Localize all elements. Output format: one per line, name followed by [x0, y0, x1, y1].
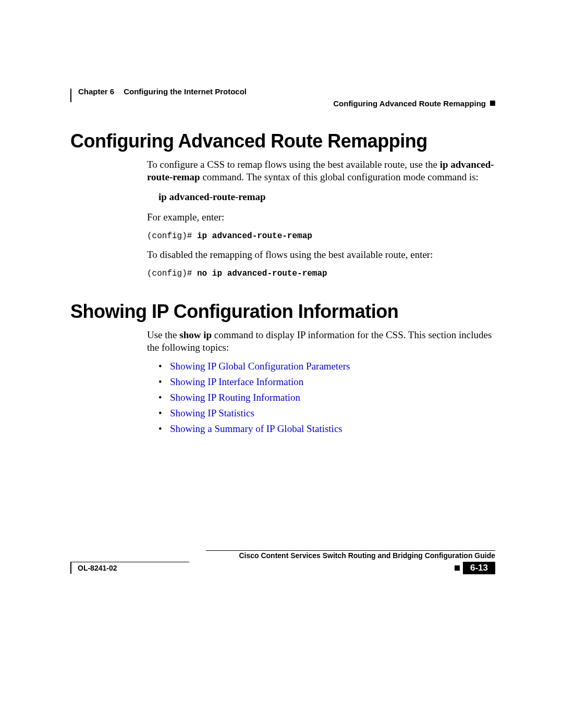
footer-guide-title: Cisco Content Services Switch Routing an…: [70, 551, 495, 561]
section2-paragraph-1: Use the show ip command to display IP in…: [147, 329, 495, 354]
list-item: Showing IP Interface Information: [158, 376, 495, 388]
content-area: Configuring Advanced Route Remapping To …: [70, 130, 495, 439]
chapter-number: Chapter 6: [78, 87, 114, 96]
link-showing-summary-ip-global-stats[interactable]: Showing a Summary of IP Global Statistic…: [170, 423, 342, 434]
header-chapter: Chapter 6Configuring the Internet Protoc…: [78, 87, 247, 96]
header-section-title: Configuring Advanced Route Remapping: [333, 99, 486, 108]
heading-configuring-advanced-route-remapping: Configuring Advanced Route Remapping: [70, 130, 495, 152]
section2-body: Use the show ip command to display IP in…: [147, 329, 495, 435]
link-showing-ip-routing-info[interactable]: Showing IP Routing Information: [170, 392, 300, 403]
code-example-2: (config)# no ip advanced-route-remap: [147, 268, 495, 279]
header-square-icon: [490, 101, 495, 106]
list-item: Showing IP Routing Information: [158, 392, 495, 403]
chapter-title: Configuring the Internet Protocol: [124, 87, 247, 96]
command-syntax: ip advanced-route-remap: [158, 191, 495, 203]
footer-rule-right: [206, 550, 495, 551]
footer-left-marker: [70, 562, 71, 574]
header-marker: [70, 89, 71, 102]
link-showing-ip-statistics[interactable]: Showing IP Statistics: [170, 408, 254, 418]
section1-paragraph-1: To configure a CSS to remap flows using …: [147, 158, 495, 183]
heading-showing-ip-configuration-information: Showing IP Configuration Information: [70, 301, 495, 323]
list-item: Showing a Summary of IP Global Statistic…: [158, 423, 495, 435]
footer-doc-id: OL-8241-02: [78, 564, 117, 572]
footer-rule-left: [70, 562, 189, 562]
list-item: Showing IP Statistics: [158, 408, 495, 419]
page: Chapter 6Configuring the Internet Protoc…: [0, 0, 563, 728]
code-example-1: (config)# ip advanced-route-remap: [147, 231, 495, 241]
page-number: 6-13: [463, 562, 495, 574]
footer-square-icon: [455, 565, 460, 571]
footer-row: OL-8241-02 6-13: [70, 562, 495, 574]
section1-paragraph-2: For example, enter:: [147, 211, 495, 224]
link-showing-ip-interface-info[interactable]: Showing IP Interface Information: [170, 376, 303, 387]
topic-link-list: Showing IP Global Configuration Paramete…: [158, 361, 495, 435]
section1-body: To configure a CSS to remap flows using …: [147, 158, 495, 279]
link-showing-ip-global-config-params[interactable]: Showing IP Global Configuration Paramete…: [170, 361, 350, 372]
list-item: Showing IP Global Configuration Paramete…: [158, 361, 495, 372]
page-footer: Cisco Content Services Switch Routing an…: [70, 551, 495, 575]
section1-paragraph-3: To disabled the remapping of flows using…: [147, 249, 495, 261]
